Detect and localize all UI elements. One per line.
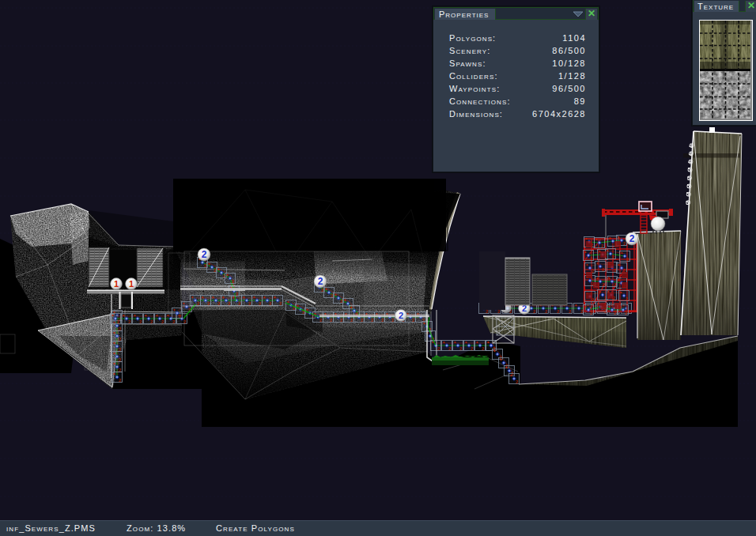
svg-text:4: 4	[690, 143, 693, 149]
svg-text:2: 2	[318, 276, 323, 287]
svg-text:1: 1	[129, 279, 134, 289]
svg-text:2: 2	[202, 249, 207, 260]
svg-text:5: 5	[686, 183, 690, 189]
svg-text:4: 4	[689, 151, 692, 157]
svg-text:2: 2	[399, 311, 403, 320]
svg-text:4: 4	[688, 159, 691, 164]
svg-text:2: 2	[629, 233, 635, 244]
svg-text:1: 1	[114, 279, 119, 289]
svg-text:5: 5	[688, 167, 691, 172]
svg-text:5: 5	[686, 191, 690, 197]
svg-text:5: 5	[687, 176, 690, 181]
svg-text:5: 5	[686, 200, 689, 206]
